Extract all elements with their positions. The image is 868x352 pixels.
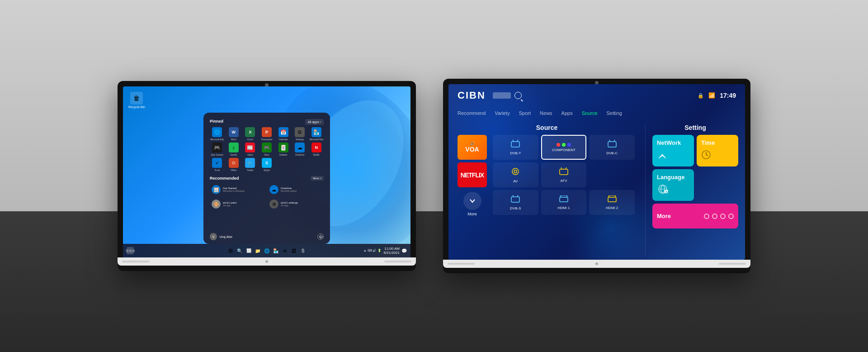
taskview-button[interactable]: ⬜ bbox=[245, 247, 252, 254]
hdmi2-label: HDMI 2 bbox=[606, 206, 618, 210]
source-av[interactable]: AV bbox=[493, 162, 538, 187]
cibn-header: CIBN 🔒 📶 17:49 bbox=[448, 84, 745, 107]
nav-sport[interactable]: Sport bbox=[519, 110, 531, 116]
source-hdmi1[interactable]: HDMI 1 bbox=[541, 190, 587, 215]
app-solitaire[interactable]: 🃏 Solitaire bbox=[276, 143, 291, 156]
app-news[interactable]: 📰 News bbox=[243, 143, 258, 156]
app-xbox[interactable]: 🎮 Xbox bbox=[259, 143, 274, 156]
app-calendar[interactable]: 📅 Calendar bbox=[276, 127, 291, 141]
source-dvbt[interactable]: DVB-T bbox=[493, 135, 538, 160]
atv-label: ATV bbox=[561, 179, 567, 183]
nav-news[interactable]: News bbox=[540, 110, 552, 116]
source-dvbs[interactable]: DVB-S bbox=[493, 190, 538, 215]
svg-rect-14 bbox=[560, 197, 568, 202]
source-grid-container: DVB-T bbox=[489, 135, 638, 216]
source-atv[interactable]: ATV bbox=[541, 162, 587, 187]
rec-paint[interactable]: 🎨 win11 paint 1m ago bbox=[210, 198, 266, 210]
edge-taskbar[interactable]: 🌐 bbox=[264, 247, 270, 254]
app-onedrive[interactable]: ☁ Onedrive bbox=[292, 143, 307, 156]
network-label: NetWork bbox=[657, 139, 681, 146]
nav-setting[interactable]: Setting bbox=[607, 110, 622, 116]
search-taskbar[interactable]: 🔍 bbox=[236, 247, 243, 254]
time-label: Time bbox=[701, 139, 715, 146]
component-label: COMPONENT bbox=[552, 148, 576, 152]
av-label: AV bbox=[513, 179, 518, 183]
settings-icon: ⚙ bbox=[295, 127, 305, 137]
setting-more[interactable]: More bbox=[652, 204, 738, 228]
app-netflix[interactable]: N Netflix bbox=[309, 143, 324, 156]
rec-onedrive[interactable]: ☁ Onedrive Recently added bbox=[268, 183, 324, 196]
taskbar-right: ▲ ⌨ 🔊 🔋 11:00 AM 6/21/2021 💬 bbox=[363, 247, 407, 255]
app-excel[interactable]: X Excel bbox=[243, 127, 258, 141]
left-bottom-center bbox=[265, 260, 268, 263]
lock-icon: 🔒 bbox=[698, 93, 704, 99]
svg-line-19 bbox=[706, 155, 708, 156]
epic-icon: 🎮 bbox=[212, 143, 222, 152]
voa-logo[interactable]: 🔊 VOA bbox=[458, 135, 487, 160]
dvbs-label: DVB-S bbox=[510, 206, 521, 210]
left-screen: 🗑 Recycle Bin Pinned All apps › 🌐 bbox=[123, 86, 410, 257]
all-apps-button[interactable]: All apps › bbox=[305, 119, 324, 125]
source-dvbc[interactable]: DVB-C bbox=[589, 135, 635, 160]
app-word[interactable]: W Word bbox=[226, 127, 241, 141]
app-skype[interactable]: S Skype bbox=[259, 158, 274, 171]
netflix-icon: N bbox=[311, 143, 321, 152]
pinned-apps-grid: 🌐 Microsoft Edge W Word X Excel bbox=[210, 127, 324, 171]
dvbt-icon bbox=[510, 140, 520, 150]
rec-settings-icon: ⚙ bbox=[269, 200, 278, 209]
setting-time[interactable]: Time bbox=[697, 135, 738, 166]
cibn-content: Source 🔊 VOA bbox=[448, 119, 745, 260]
av-icon bbox=[511, 167, 520, 178]
source-component[interactable]: COMPONENT bbox=[541, 135, 587, 160]
setting-language[interactable]: Language Aa bbox=[652, 169, 694, 201]
onedrive-icon: ☁ bbox=[295, 143, 305, 152]
photos-taskbar[interactable]: 🖼 bbox=[291, 247, 297, 254]
mail-taskbar[interactable]: ✉ bbox=[282, 247, 288, 254]
app-twitter[interactable]: 🐦 Twitter bbox=[243, 158, 258, 171]
nav-recommend[interactable]: Recommend bbox=[458, 110, 486, 116]
more-button[interactable]: More > bbox=[311, 176, 324, 181]
svg-rect-0 bbox=[511, 142, 519, 147]
recycle-bin[interactable]: 🗑 Recycle Bin bbox=[128, 92, 145, 109]
cibn-search-button[interactable] bbox=[514, 92, 522, 99]
more-logo-button[interactable] bbox=[463, 192, 481, 210]
start-button[interactable]: ⊞ bbox=[227, 247, 234, 254]
store-taskbar[interactable]: 🏪 bbox=[273, 247, 279, 254]
app-epic[interactable]: 🎮 Epic Games bbox=[210, 143, 225, 156]
app-store[interactable]: 🏪 Microsoft Store bbox=[309, 127, 324, 141]
source-hdmi2[interactable]: HDMI 2 bbox=[589, 190, 635, 215]
app-edge[interactable]: 🌐 Microsoft Edge bbox=[210, 127, 225, 141]
skype-icon: S bbox=[262, 158, 272, 168]
taskbar: ⊞⊞⊞ ⊞ 🔍 ⬜ 📁 🌐 🏪 ✉ 🖼 S bbox=[123, 244, 410, 257]
steam-taskbar[interactable]: S bbox=[300, 247, 306, 254]
more-label: More bbox=[467, 212, 477, 216]
app-todo[interactable]: ✓ To do bbox=[210, 158, 225, 171]
app-powerpoint[interactable]: P Powerpoint bbox=[259, 127, 274, 141]
source-title: Source bbox=[455, 124, 638, 131]
taskbar-left: ⊞⊞⊞ bbox=[127, 247, 134, 254]
svg-rect-15 bbox=[608, 197, 616, 202]
svg-rect-3 bbox=[608, 142, 616, 147]
left-monitor: 🗑 Recycle Bin Pinned All apps › 🌐 bbox=[118, 81, 416, 271]
rec-settings[interactable]: ⚙ win11 settings 2m ago bbox=[268, 198, 324, 210]
power-button[interactable]: ⏻ bbox=[317, 233, 324, 240]
setting-network[interactable]: NetWork bbox=[652, 135, 694, 166]
nav-source[interactable]: Source bbox=[582, 110, 598, 116]
rec-onedrive-icon: ☁ bbox=[269, 185, 278, 194]
recycle-bin-icon: 🗑 bbox=[130, 92, 143, 105]
file-explorer[interactable]: 📁 bbox=[255, 247, 261, 254]
app-office[interactable]: O Office bbox=[226, 158, 241, 171]
hdmi1-icon bbox=[559, 195, 569, 205]
taskbar-system-icons: ⊞⊞⊞ bbox=[127, 247, 134, 254]
nav-apps[interactable]: Apps bbox=[561, 110, 573, 116]
right-bottom-line2 bbox=[719, 263, 746, 265]
app-spotify[interactable]: ♪ Spotify bbox=[226, 143, 241, 156]
rec-get-started[interactable]: 🪟 Get Started Welcome to Windows bbox=[210, 183, 266, 196]
dvbs-icon bbox=[510, 195, 520, 205]
nav-variety[interactable]: Variety bbox=[495, 110, 509, 116]
netflix-logo[interactable]: NETFLIX bbox=[458, 162, 487, 187]
app-settings[interactable]: ⚙ Settings bbox=[292, 127, 307, 141]
source-logos: 🔊 VOA NETFLIX bbox=[455, 135, 489, 216]
notification-icon[interactable]: 💬 bbox=[401, 248, 407, 253]
taskbar-date: 6/21/2021 bbox=[383, 251, 400, 255]
